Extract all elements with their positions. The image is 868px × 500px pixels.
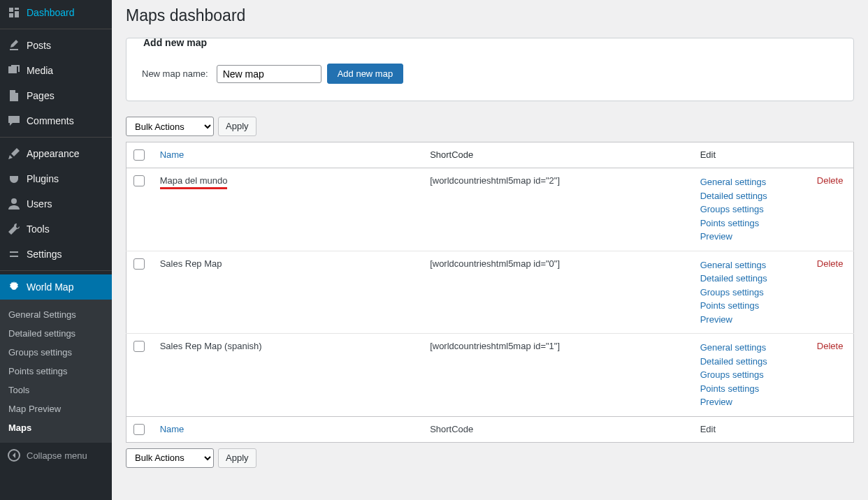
subitem-tools[interactable]: Tools	[0, 381, 112, 399]
edit-link[interactable]: Preview	[700, 313, 803, 327]
sidebar-item-pages[interactable]: Pages	[0, 83, 112, 108]
select-all-checkbox[interactable]	[133, 149, 145, 161]
map-name: Sales Rep Map	[160, 258, 222, 269]
edit-link[interactable]: Preview	[700, 395, 803, 409]
col-name-header[interactable]: Name	[160, 149, 185, 160]
subitem-map-preview[interactable]: Map Preview	[0, 399, 112, 418]
sidebar-item-plugins[interactable]: Plugins	[0, 166, 112, 191]
bulk-actions-select-bottom[interactable]: Bulk Actions	[126, 448, 214, 468]
sidebar-label: Tools	[27, 223, 50, 235]
wrench-icon	[7, 222, 21, 236]
settings-icon	[7, 247, 21, 261]
sidebar-label: Plugins	[27, 172, 59, 185]
row-checkbox[interactable]	[133, 341, 145, 352]
col-shortcode-header: ShortCode	[423, 142, 693, 168]
sidebar-label: Dashboard	[27, 6, 75, 19]
page-title: Maps dashboard	[126, 0, 854, 28]
sidebar-submenu: General Settings Detailed settings Group…	[0, 300, 112, 443]
brush-icon	[7, 147, 21, 161]
edit-link[interactable]: Points settings	[700, 216, 803, 230]
sidebar-item-users[interactable]: Users	[0, 191, 112, 216]
sidebar-item-posts[interactable]: Posts	[0, 33, 112, 58]
row-checkbox[interactable]	[133, 175, 145, 186]
sidebar-label: Comments	[27, 115, 74, 127]
col-edit-footer: Edit	[693, 416, 810, 442]
sidebar-item-appearance[interactable]: Appearance	[0, 141, 112, 166]
edit-link[interactable]: Points settings	[700, 382, 803, 396]
sidebar-item-dashboard[interactable]: Dashboard	[0, 0, 112, 25]
add-new-map-button[interactable]: Add new map	[327, 64, 404, 84]
users-icon	[7, 197, 21, 211]
bulk-actions-top: Bulk Actions Apply	[126, 117, 854, 136]
subitem-groups-settings[interactable]: Groups settings	[0, 343, 112, 362]
sidebar-label: Posts	[27, 39, 51, 52]
sidebar-label: Users	[27, 198, 52, 210]
dashboard-icon	[7, 6, 21, 20]
sidebar-label: Pages	[27, 89, 55, 102]
edit-link[interactable]: Groups settings	[700, 286, 803, 300]
subitem-maps[interactable]: Maps	[0, 418, 112, 437]
delete-link[interactable]: Delete	[817, 341, 844, 351]
fieldset-legend: Add new map	[139, 37, 211, 48]
shortcode-cell: [worldcountrieshtml5map id="2"]	[423, 168, 693, 251]
sidebar-label: Settings	[27, 248, 62, 260]
media-icon	[7, 64, 21, 78]
pin-icon	[7, 38, 21, 52]
sidebar-item-settings[interactable]: Settings	[0, 242, 112, 267]
sidebar-item-comments[interactable]: Comments	[0, 108, 112, 133]
delete-link[interactable]: Delete	[817, 175, 844, 186]
delete-link[interactable]: Delete	[817, 258, 844, 269]
sidebar-item-tools[interactable]: Tools	[0, 216, 112, 242]
sidebar-label: Media	[27, 64, 53, 77]
table-row: Sales Rep Map[worldcountrieshtml5map id=…	[126, 251, 854, 334]
collapse-menu[interactable]: Collapse menu	[0, 443, 112, 468]
map-name: Sales Rep Map (spanish)	[160, 341, 262, 351]
map-name: Mapa del mundo	[160, 175, 228, 189]
edit-link[interactable]: Groups settings	[700, 368, 803, 382]
shortcode-cell: [worldcountrieshtml5map id="1"]	[423, 334, 693, 417]
table-row: Mapa del mundo[worldcountrieshtml5map id…	[126, 168, 854, 251]
select-all-checkbox-bottom[interactable]	[133, 424, 145, 435]
shortcode-cell: [worldcountrieshtml5map id="0"]	[423, 251, 693, 334]
svg-point-0	[11, 198, 17, 204]
apply-button-bottom[interactable]: Apply	[218, 448, 256, 468]
col-name-footer[interactable]: Name	[160, 424, 185, 434]
subitem-points-settings[interactable]: Points settings	[0, 362, 112, 381]
admin-sidebar: Dashboard Posts Media Pages Comments App…	[0, 0, 112, 500]
bulk-actions-select[interactable]: Bulk Actions	[126, 117, 214, 136]
edit-link[interactable]: Preview	[700, 230, 803, 244]
collapse-label: Collapse menu	[27, 450, 87, 461]
edit-link[interactable]: Detailed settings	[700, 189, 803, 203]
comment-icon	[7, 114, 21, 128]
edit-link[interactable]: Detailed settings	[700, 355, 803, 369]
new-map-input[interactable]	[217, 65, 321, 83]
sidebar-item-world-map[interactable]: World Map	[0, 274, 112, 300]
apply-button[interactable]: Apply	[218, 117, 256, 136]
plug-icon	[7, 172, 21, 186]
row-checkbox[interactable]	[133, 258, 145, 270]
sidebar-label: Appearance	[27, 147, 80, 160]
maps-table: Name ShortCode Edit Mapa del mundo[world…	[126, 142, 854, 443]
sidebar-item-media[interactable]: Media	[0, 58, 112, 83]
edit-link[interactable]: General settings	[700, 175, 803, 189]
col-shortcode-footer: ShortCode	[423, 416, 693, 442]
sidebar-label: World Map	[27, 281, 73, 293]
bulk-actions-bottom: Bulk Actions Apply	[126, 448, 854, 468]
main-content: Maps dashboard Add new map New map name:…	[112, 0, 868, 500]
table-row: Sales Rep Map (spanish)[worldcountriesht…	[126, 334, 854, 417]
collapse-icon	[7, 448, 21, 462]
subitem-general-settings[interactable]: General Settings	[0, 305, 112, 324]
edit-link[interactable]: Detailed settings	[700, 272, 803, 286]
gear-icon	[7, 280, 21, 294]
new-map-label: New map name:	[142, 68, 208, 79]
edit-link[interactable]: Groups settings	[700, 203, 803, 216]
page-icon	[7, 89, 21, 103]
edit-link[interactable]: General settings	[700, 258, 803, 272]
subitem-detailed-settings[interactable]: Detailed settings	[0, 324, 112, 343]
add-new-map-panel: Add new map New map name: Add new map	[126, 38, 854, 101]
edit-link[interactable]: Points settings	[700, 299, 803, 313]
edit-link[interactable]: General settings	[700, 341, 803, 355]
col-edit-header: Edit	[693, 142, 810, 168]
